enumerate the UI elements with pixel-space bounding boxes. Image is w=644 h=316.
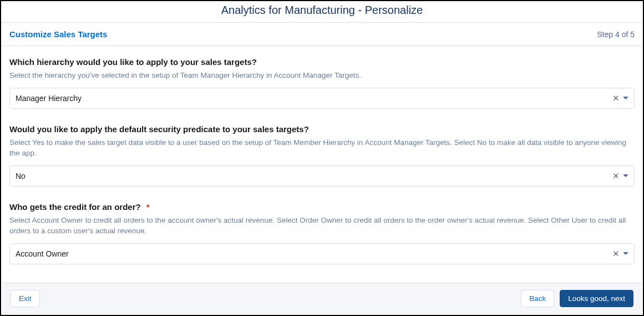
security-select-value: No [16, 172, 612, 180]
content-area: Which hierarchy would you like to apply … [1, 46, 643, 291]
field-credit-label-text: Who gets the credit for an order? [9, 202, 141, 212]
clear-icon[interactable]: ✕ [612, 94, 620, 102]
clear-icon[interactable]: ✕ [612, 249, 620, 258]
credit-select-value: Account Owner [16, 249, 612, 258]
chevron-down-icon[interactable] [623, 97, 628, 99]
required-indicator: * [146, 202, 150, 212]
field-security-help: Select Yes to make the sales target data… [9, 137, 635, 159]
footer-right-group: Back Looks good, next [521, 290, 633, 307]
footer-bar: Exit Back Looks good, next [2, 283, 642, 314]
chevron-down-icon[interactable] [623, 252, 628, 255]
field-security: Would you like to apply the default secu… [9, 124, 635, 187]
clear-icon[interactable]: ✕ [612, 172, 620, 180]
field-credit-help: Select Account Owner to credit all order… [9, 215, 635, 237]
security-select-controls: ✕ [612, 172, 628, 180]
field-hierarchy-label: Which hierarchy would you like to apply … [9, 57, 635, 67]
step-indicator: Step 4 of 5 [597, 30, 635, 39]
back-button[interactable]: Back [521, 290, 554, 307]
credit-select-controls: ✕ [612, 249, 628, 258]
subheader-bar: Customize Sales Targets Step 4 of 5 [1, 22, 643, 46]
field-credit-label: Who gets the credit for an order? * [9, 202, 635, 212]
subheader-title: Customize Sales Targets [9, 29, 107, 39]
field-hierarchy: Which hierarchy would you like to apply … [9, 57, 635, 109]
credit-select[interactable]: Account Owner ✕ [9, 243, 635, 264]
security-select[interactable]: No ✕ [9, 165, 635, 187]
field-hierarchy-help: Select the hierarchy you've selected in … [9, 70, 635, 81]
field-credit: Who gets the credit for an order? * Sele… [9, 202, 635, 264]
hierarchy-select-controls: ✕ [612, 94, 628, 102]
hierarchy-select[interactable]: Manager Hierarchy ✕ [9, 88, 635, 109]
exit-button[interactable]: Exit [11, 290, 40, 307]
hierarchy-select-value: Manager Hierarchy [16, 94, 612, 103]
next-button[interactable]: Looks good, next [560, 290, 633, 307]
field-security-label: Would you like to apply the default secu… [9, 124, 635, 134]
page-title: Analytics for Manufacturing - Personaliz… [1, 1, 643, 22]
chevron-down-icon[interactable] [623, 174, 628, 177]
